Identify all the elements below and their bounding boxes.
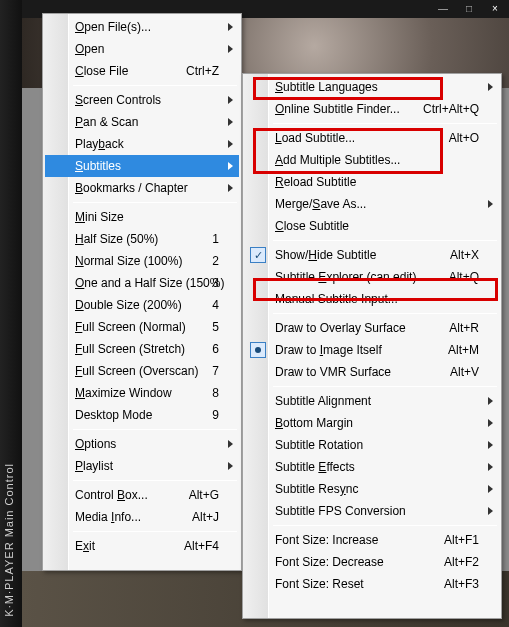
subtitles-menu-item[interactable]: Bottom Margin [245, 412, 499, 434]
subtitles-menu-item[interactable]: Subtitle Resync [245, 478, 499, 500]
main-menu-item[interactable]: Double Size (200%)4 [45, 294, 239, 316]
main-menu-item[interactable]: Full Screen (Overscan)7 [45, 360, 239, 382]
shortcut-label: 1 [212, 232, 219, 246]
subtitles-menu-item[interactable]: Subtitle Rotation [245, 434, 499, 456]
main-menu-item[interactable]: Normal Size (100%)2 [45, 250, 239, 272]
subtitles-menu-item[interactable]: ✓Show/Hide SubtitleAlt+X [245, 244, 499, 266]
menu-item-label: Subtitle FPS Conversion [275, 504, 406, 518]
check-icon: ✓ [250, 247, 266, 263]
shortcut-label: Alt+F3 [444, 577, 479, 591]
menu-item-label: Close Subtitle [275, 219, 349, 233]
menu-item-label: Open [75, 42, 104, 56]
menu-item-label: Full Screen (Stretch) [75, 342, 185, 356]
subtitles-menu-item[interactable]: Draw to Overlay SurfaceAlt+R [245, 317, 499, 339]
subtitles-menu-item[interactable]: Manual Subtitle Input... [245, 288, 499, 310]
main-menu-item[interactable]: Playlist [45, 455, 239, 477]
menu-item-label: Normal Size (100%) [75, 254, 182, 268]
subtitles-menu-item[interactable]: Add Multiple Subtitles... [245, 149, 499, 171]
menu-item-label: Maximize Window [75, 386, 172, 400]
subtitles-menu-item[interactable]: Font Size: ResetAlt+F3 [245, 573, 499, 595]
menu-item-label: Close File [75, 64, 128, 78]
separator [73, 85, 237, 86]
shortcut-label: 3 [212, 276, 219, 290]
main-menu-item[interactable]: Screen Controls [45, 89, 239, 111]
menu-item-label: Font Size: Reset [275, 577, 364, 591]
subtitles-menu-item[interactable]: Merge/Save As... [245, 193, 499, 215]
menu-item-label: Desktop Mode [75, 408, 152, 422]
menu-item-label: Draw to Overlay Surface [275, 321, 406, 335]
subtitles-menu-item[interactable]: Subtitle Alignment [245, 390, 499, 412]
shortcut-label: 7 [212, 364, 219, 378]
context-menu-main[interactable]: Open File(s)...OpenClose FileCtrl+ZScree… [42, 13, 242, 571]
minimize-icon[interactable]: — [431, 2, 455, 16]
subtitles-menu-item[interactable]: Draw to VMR SurfaceAlt+V [245, 361, 499, 383]
subtitles-menu-item[interactable]: Online Subtitle Finder...Ctrl+Alt+Q [245, 98, 499, 120]
main-menu-item[interactable]: Mini Size [45, 206, 239, 228]
menu-item-label: Subtitle Explorer (can edit)... [275, 270, 426, 284]
subtitles-menu-item[interactable]: Subtitle Effects [245, 456, 499, 478]
chevron-right-icon [488, 441, 493, 449]
chevron-right-icon [228, 96, 233, 104]
subtitles-menu-item[interactable]: Reload Subtitle [245, 171, 499, 193]
maximize-icon[interactable]: □ [457, 2, 481, 16]
menu-item-label: Double Size (200%) [75, 298, 182, 312]
menu-item-label: Playlist [75, 459, 113, 473]
main-menu-item[interactable]: Open [45, 38, 239, 60]
separator [273, 313, 497, 314]
menu-item-label: Font Size: Decrease [275, 555, 384, 569]
shortcut-label: Alt+X [450, 248, 479, 262]
chevron-right-icon [228, 23, 233, 31]
subtitles-menu-item[interactable]: Load Subtitle...Alt+O [245, 127, 499, 149]
chevron-right-icon [488, 463, 493, 471]
subtitles-menu-item[interactable]: Font Size: DecreaseAlt+F2 [245, 551, 499, 573]
menu-item-label: Full Screen (Normal) [75, 320, 186, 334]
menu-item-label: Reload Subtitle [275, 175, 356, 189]
chevron-right-icon [228, 462, 233, 470]
radio-icon [250, 342, 266, 358]
shortcut-label: Alt+R [449, 321, 479, 335]
main-menu-item[interactable]: Maximize Window8 [45, 382, 239, 404]
menu-item-label: Subtitle Rotation [275, 438, 363, 452]
main-menu-item[interactable]: Open File(s)... [45, 16, 239, 38]
chevron-right-icon [488, 397, 493, 405]
menu-item-label: Online Subtitle Finder... [275, 102, 400, 116]
main-menu-item[interactable]: Half Size (50%)1 [45, 228, 239, 250]
main-menu-item[interactable]: Playback [45, 133, 239, 155]
subtitles-menu-item[interactable]: Close Subtitle [245, 215, 499, 237]
subtitles-menu-item[interactable]: Subtitle Explorer (can edit)...Alt+Q [245, 266, 499, 288]
menu-item-label: Load Subtitle... [275, 131, 355, 145]
chevron-right-icon [228, 140, 233, 148]
shortcut-label: Alt+M [448, 343, 479, 357]
submenu-subtitles[interactable]: Subtitle LanguagesOnline Subtitle Finder… [242, 73, 502, 619]
subtitles-menu-item[interactable]: Subtitle Languages [245, 76, 499, 98]
main-menu-item[interactable]: ExitAlt+F4 [45, 535, 239, 557]
main-menu-item[interactable]: Desktop Mode9 [45, 404, 239, 426]
menu-item-label: Pan & Scan [75, 115, 138, 129]
main-menu-item[interactable]: Control Box...Alt+G [45, 484, 239, 506]
main-menu-item[interactable]: Options [45, 433, 239, 455]
chevron-right-icon [228, 162, 233, 170]
shortcut-label: Alt+F1 [444, 533, 479, 547]
shortcut-label: Alt+O [449, 131, 479, 145]
shortcut-label: 2 [212, 254, 219, 268]
separator [73, 202, 237, 203]
chevron-right-icon [228, 45, 233, 53]
main-menu-item[interactable]: Subtitles [45, 155, 239, 177]
subtitles-menu-item[interactable]: Subtitle FPS Conversion [245, 500, 499, 522]
shortcut-label: 8 [212, 386, 219, 400]
menu-item-label: Mini Size [75, 210, 124, 224]
menu-item-label: Exit [75, 539, 95, 553]
shortcut-label: Alt+Q [449, 270, 479, 284]
shortcut-label: Alt+V [450, 365, 479, 379]
main-menu-item[interactable]: One and a Half Size (150%)3 [45, 272, 239, 294]
main-menu-item[interactable]: Media Info...Alt+J [45, 506, 239, 528]
chevron-right-icon [488, 200, 493, 208]
main-menu-item[interactable]: Close FileCtrl+Z [45, 60, 239, 82]
main-menu-item[interactable]: Full Screen (Stretch)6 [45, 338, 239, 360]
subtitles-menu-item[interactable]: Font Size: IncreaseAlt+F1 [245, 529, 499, 551]
close-icon[interactable]: × [483, 2, 507, 16]
subtitles-menu-item[interactable]: Draw to Image ItselfAlt+M [245, 339, 499, 361]
main-menu-item[interactable]: Bookmarks / Chapter [45, 177, 239, 199]
main-menu-item[interactable]: Pan & Scan [45, 111, 239, 133]
main-menu-item[interactable]: Full Screen (Normal)5 [45, 316, 239, 338]
